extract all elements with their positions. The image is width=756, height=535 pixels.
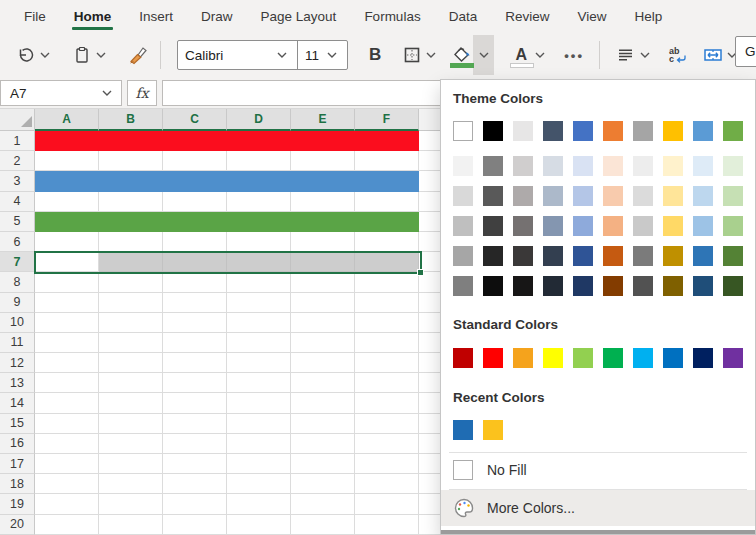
cell-C16[interactable] (163, 434, 227, 454)
cell-E8[interactable] (291, 272, 355, 292)
paste-button[interactable] (70, 35, 110, 75)
theme-tint-swatch[interactable] (633, 246, 653, 266)
cell-C20[interactable] (163, 515, 227, 535)
theme-tint-swatch[interactable] (723, 276, 743, 296)
cell-B3[interactable] (99, 171, 163, 191)
insert-function-button[interactable]: fx (127, 80, 157, 106)
cell-A1[interactable] (35, 131, 99, 151)
cell-B10[interactable] (99, 313, 163, 333)
cell-F10[interactable] (355, 313, 419, 333)
standard-color-swatch[interactable] (723, 348, 743, 368)
undo-button[interactable] (14, 35, 54, 75)
cell-E5[interactable] (291, 212, 355, 232)
cell-A16[interactable] (35, 434, 99, 454)
cell-A20[interactable] (35, 515, 99, 535)
row-header-2[interactable]: 2 (0, 151, 35, 171)
cell-D15[interactable] (227, 414, 291, 434)
column-header-b[interactable]: B (99, 109, 163, 131)
cell-F1[interactable] (355, 131, 419, 151)
row-header-18[interactable]: 18 (0, 474, 35, 494)
standard-color-swatch[interactable] (633, 348, 653, 368)
theme-tint-swatch[interactable] (573, 246, 593, 266)
cell-E13[interactable] (291, 373, 355, 393)
column-header-f[interactable]: F (355, 109, 419, 131)
row-header-17[interactable]: 17 (0, 454, 35, 474)
row-header-19[interactable]: 19 (0, 494, 35, 514)
column-header-e[interactable]: E (291, 109, 355, 131)
cell-F12[interactable] (355, 353, 419, 373)
recent-color-swatch[interactable] (453, 420, 473, 440)
cell-C2[interactable] (163, 151, 227, 171)
ribbon-tab-formulas[interactable]: Formulas (350, 0, 434, 32)
standard-color-swatch[interactable] (603, 348, 623, 368)
cell-D8[interactable] (227, 272, 291, 292)
cell-B14[interactable] (99, 393, 163, 413)
theme-tint-swatch[interactable] (693, 156, 713, 176)
theme-tint-swatch[interactable] (723, 156, 743, 176)
name-box[interactable]: A7 (0, 80, 122, 106)
theme-tint-swatch[interactable] (543, 216, 563, 236)
cell-A6[interactable] (35, 232, 99, 252)
standard-color-swatch[interactable] (573, 348, 593, 368)
cell-C4[interactable] (163, 192, 227, 212)
standard-color-swatch[interactable] (543, 348, 563, 368)
cell-B7[interactable] (99, 252, 163, 272)
chevron-down-icon[interactable] (93, 35, 109, 75)
row-header-12[interactable]: 12 (0, 353, 35, 373)
cell-C14[interactable] (163, 393, 227, 413)
cell-D5[interactable] (227, 212, 291, 232)
theme-tint-swatch[interactable] (603, 246, 623, 266)
cell-C5[interactable] (163, 212, 227, 232)
cell-F15[interactable] (355, 414, 419, 434)
cell-B11[interactable] (99, 333, 163, 353)
cell-E17[interactable] (291, 454, 355, 474)
cell-F11[interactable] (355, 333, 419, 353)
cell-B9[interactable] (99, 293, 163, 313)
cell-C8[interactable] (163, 272, 227, 292)
chevron-down-icon[interactable] (473, 35, 494, 75)
cell-A2[interactable] (35, 151, 99, 171)
theme-tint-swatch[interactable] (633, 216, 653, 236)
cell-E9[interactable] (291, 293, 355, 313)
cell-C13[interactable] (163, 373, 227, 393)
theme-tint-swatch[interactable] (693, 186, 713, 206)
theme-color-swatch[interactable] (723, 121, 743, 141)
theme-color-swatch[interactable] (603, 121, 623, 141)
cell-C17[interactable] (163, 454, 227, 474)
theme-tint-swatch[interactable] (453, 276, 473, 296)
theme-tint-swatch[interactable] (723, 216, 743, 236)
cell-F9[interactable] (355, 293, 419, 313)
theme-tint-swatch[interactable] (603, 186, 623, 206)
wrap-text-button[interactable]: ab c (668, 35, 687, 75)
cell-B12[interactable] (99, 353, 163, 373)
theme-tint-swatch[interactable] (513, 246, 533, 266)
font-size-select[interactable]: 11 (298, 41, 347, 69)
theme-tint-swatch[interactable] (483, 276, 503, 296)
cell-A10[interactable] (35, 313, 99, 333)
more-font-options-button[interactable]: ••• (559, 35, 589, 75)
cell-C7[interactable] (163, 252, 227, 272)
cell-C19[interactable] (163, 494, 227, 514)
chevron-down-icon[interactable] (532, 35, 548, 75)
alignment-button[interactable] (614, 35, 654, 75)
theme-color-swatch[interactable] (543, 121, 563, 141)
cell-C11[interactable] (163, 333, 227, 353)
ribbon-tab-page-layout[interactable]: Page Layout (247, 0, 351, 32)
theme-tint-swatch[interactable] (513, 186, 533, 206)
row-header-4[interactable]: 4 (0, 192, 35, 212)
cell-F5[interactable] (355, 212, 419, 232)
cell-D4[interactable] (227, 192, 291, 212)
cell-B1[interactable] (99, 131, 163, 151)
cell-A5[interactable] (35, 212, 99, 232)
format-painter-button[interactable] (126, 35, 150, 75)
theme-tint-swatch[interactable] (573, 186, 593, 206)
cell-F16[interactable] (355, 434, 419, 454)
cell-B6[interactable] (99, 232, 163, 252)
cell-C10[interactable] (163, 313, 227, 333)
theme-tint-swatch[interactable] (513, 156, 533, 176)
ribbon-tab-insert[interactable]: Insert (125, 0, 187, 32)
theme-tint-swatch[interactable] (603, 276, 623, 296)
cell-A17[interactable] (35, 454, 99, 474)
theme-color-swatch[interactable] (453, 121, 473, 141)
chevron-down-icon[interactable] (637, 35, 653, 75)
